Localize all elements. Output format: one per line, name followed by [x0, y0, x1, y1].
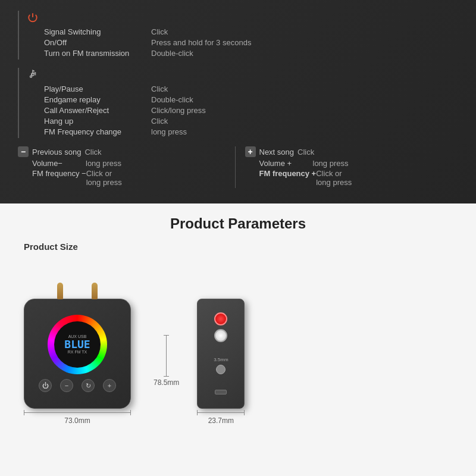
width-dim-line — [24, 412, 131, 413]
action-row: Signal Switching Click — [26, 27, 458, 36]
depth-dim-line — [197, 412, 245, 413]
minus-btn: − — [60, 379, 73, 392]
action-trigger: Click/long press — [151, 106, 206, 115]
action-name: FM Frequency change — [44, 127, 151, 136]
next-song-trigger: Click — [298, 148, 314, 156]
vol-plus-trigger: long press — [313, 159, 349, 168]
group-header — [26, 11, 458, 24]
fm-freq-plus-label: FM frequency + — [259, 169, 317, 178]
device-buttons-row: ⏻ − ↻ + — [39, 379, 116, 392]
action-row: On/Off Press and hold for 3 seconds — [26, 38, 458, 47]
rca-ports — [214, 312, 227, 342]
mode-btn: ↻ — [82, 379, 95, 392]
next-song-label: Next song — [259, 148, 295, 156]
fm-freq-plus-row: FM frequency + Click or long press — [245, 169, 453, 187]
port-side-label-1: 3.5mm — [214, 357, 228, 362]
rca-red-port — [214, 312, 227, 325]
display-inner: AUX USB BLUE RX FM TX — [54, 321, 101, 368]
vol-minus-trigger: long press — [86, 159, 121, 168]
action-trigger: Click — [151, 117, 168, 126]
action-row: Turn on FM transmission Double-click — [26, 49, 458, 58]
action-row: FM Frequency change long press — [26, 127, 458, 136]
action-name: Endgame replay — [44, 95, 151, 104]
action-trigger: Click — [151, 84, 168, 93]
action-trigger: Double-click — [151, 49, 193, 58]
plus-button: + — [245, 146, 256, 157]
display-ring: AUX USB BLUE RX FM TX — [48, 315, 107, 374]
power-btn: ⏻ — [39, 379, 52, 392]
action-name: Call Answer/Reject — [44, 106, 151, 115]
device-front-container: AUX USB BLUE RX FM TX ⏻ − ↻ + — [24, 299, 131, 409]
device-back: 3.5mm — [197, 299, 245, 409]
display-bottom-text: RX FM TX — [68, 350, 87, 355]
nav-left-col: − Previous song Click Volume− long press… — [18, 146, 236, 188]
prev-song-trigger: Click — [84, 148, 101, 156]
power-button-group: Signal Switching Click On/Off Press and … — [18, 11, 458, 60]
aux-port — [216, 365, 226, 374]
page-wrapper: Signal Switching Click On/Off Press and … — [0, 0, 476, 476]
minus-button: − — [18, 146, 29, 157]
action-trigger: long press — [151, 127, 187, 136]
usb-port — [215, 390, 227, 394]
product-images: AUX USB BLUE RX FM TX ⏻ − ↻ + — [24, 259, 452, 464]
height-label: 78.5mm — [154, 378, 179, 387]
instructions-panel: Signal Switching Click On/Off Press and … — [0, 0, 476, 203]
depth-label: 23.7mm — [208, 416, 234, 425]
prev-song-label: Previous song — [32, 148, 81, 156]
action-row: Call Answer/Reject Click/long press — [26, 106, 458, 115]
music-button-group: Play/Pause Click Endgame replay Double-c… — [18, 68, 458, 138]
height-dim-line — [166, 335, 167, 377]
width-label: 73.0mm — [64, 416, 90, 425]
antenna-right — [92, 283, 98, 299]
display-main-text: BLUE — [64, 339, 90, 350]
params-title: Product Parameters — [24, 215, 452, 232]
vol-minus-label: Volume− — [32, 159, 86, 168]
rca-white-port — [214, 329, 227, 342]
action-name: Signal Switching — [44, 27, 151, 36]
vol-plus-label: Volume + — [259, 159, 313, 168]
device-front: AUX USB BLUE RX FM TX ⏻ − ↻ + — [24, 299, 131, 409]
action-name: On/Off — [44, 38, 151, 47]
fm-freq-minus-trigger: Click or long press — [86, 169, 122, 187]
fm-freq-plus-trigger: Click or long press — [316, 169, 352, 187]
nav-right-col: + Next song Click Volume + long press FM… — [236, 146, 459, 188]
nav-right-header: + Next song Click — [245, 146, 453, 157]
height-measure: 78.5mm — [154, 335, 179, 389]
action-trigger: Click — [151, 27, 168, 36]
antenna-left — [57, 283, 63, 299]
nav-left-header: − Previous song Click — [18, 146, 226, 157]
power-icon — [26, 11, 39, 24]
action-name: Turn on FM transmission — [44, 49, 151, 58]
action-trigger: Press and hold for 3 seconds — [151, 38, 251, 47]
action-name: Hang up — [44, 117, 151, 126]
product-size-label: Product Size — [24, 242, 452, 252]
music-icon — [26, 68, 39, 81]
action-trigger: Double-click — [151, 95, 193, 104]
action-row: Hang up Click — [26, 117, 458, 126]
group-header — [26, 68, 458, 81]
fm-freq-minus-row: FM frequency − Click or long press — [18, 169, 226, 187]
product-params-section: Product Parameters Product Size AUX USB … — [0, 203, 476, 476]
vol-plus-row: Volume + long press — [245, 159, 453, 168]
plus-btn: + — [103, 379, 116, 392]
action-name: Play/Pause — [44, 84, 151, 93]
action-row: Endgame replay Double-click — [26, 95, 458, 104]
action-row: Play/Pause Click — [26, 84, 458, 93]
vol-minus-row: Volume− long press — [18, 159, 226, 168]
nav-buttons-section: − Previous song Click Volume− long press… — [18, 146, 458, 188]
fm-freq-minus-label: FM frequency − — [32, 169, 86, 178]
